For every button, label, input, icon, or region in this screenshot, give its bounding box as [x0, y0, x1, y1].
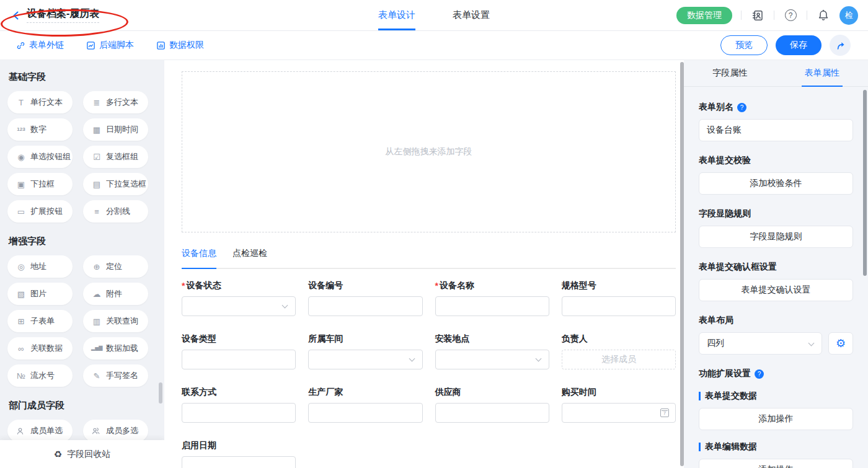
field-item-checkbox-group[interactable]: ☑复选框组	[83, 146, 148, 168]
form-external-link-button[interactable]: 表单外链	[16, 40, 64, 51]
edit-data-add-action-button[interactable]: 添加操作	[699, 459, 853, 468]
form-field-owner[interactable]: 负责人 选择成员	[562, 333, 676, 369]
spec-model-input[interactable]	[562, 296, 676, 316]
purchase-time-datepicker[interactable]: 7	[562, 403, 676, 423]
chevron-down-icon	[409, 356, 415, 362]
help-icon[interactable]: ?	[783, 8, 798, 23]
form-layout-label: 表单布局	[699, 315, 853, 326]
tab-form-properties[interactable]: 表单属性	[776, 60, 868, 86]
help-icon[interactable]: ?	[737, 103, 746, 112]
form-field-contact[interactable]: 联系方式	[182, 387, 296, 423]
manufacturer-input[interactable]	[308, 403, 422, 423]
field-item-single-line-text[interactable]: T单行文本	[7, 91, 73, 113]
field-item-number[interactable]: 123数字	[7, 118, 73, 141]
workshop-select[interactable]	[308, 350, 422, 369]
field-visibility-button[interactable]: 字段显隐规则	[699, 226, 853, 248]
field-item-attachment[interactable]: ☁附件	[83, 283, 148, 305]
backend-script-button[interactable]: 后端脚本	[86, 40, 134, 51]
share-button[interactable]	[830, 35, 851, 56]
number-icon: 123	[16, 127, 27, 132]
field-item-member-single[interactable]: 成员单选	[7, 420, 73, 442]
field-item-signature[interactable]: ✎手写签名	[83, 364, 148, 387]
field-dropzone[interactable]: 从左侧拖拽来添加字段	[182, 71, 676, 232]
field-item-serial-number[interactable]: №流水号	[7, 364, 73, 387]
field-item-image[interactable]: ▧图片	[7, 283, 73, 305]
field-item-member-multi[interactable]: 成员多选	[83, 420, 148, 442]
separator	[774, 11, 774, 20]
submit-confirm-button[interactable]: 表单提交确认设置	[699, 279, 853, 301]
form-field-device-name[interactable]: *设备名称	[435, 280, 549, 316]
form-field-supplier[interactable]: 供应商	[435, 387, 549, 423]
field-item-select[interactable]: ▣下拉框	[7, 173, 73, 195]
share-arrow-icon	[835, 40, 846, 51]
preview-button[interactable]: 预览	[720, 35, 768, 55]
section-title-enhanced-fields: 增强字段	[0, 236, 164, 247]
bell-icon[interactable]	[816, 8, 831, 23]
submit-validation-label: 表单提交校验	[699, 155, 853, 166]
field-item-multi-line-text[interactable]: ≣多行文本	[83, 91, 148, 113]
form-field-device-status[interactable]: *设备状态	[182, 280, 296, 316]
device-type-input[interactable]	[182, 350, 296, 369]
form-layout-select[interactable]: 四列	[699, 332, 822, 355]
data-load-icon: ▂▅▇	[91, 346, 102, 351]
form-field-enable-date[interactable]: 启用日期	[182, 440, 296, 468]
form-field-spec-model[interactable]: 规格型号	[562, 280, 676, 316]
form-field-manufacturer[interactable]: 生产厂家	[308, 387, 422, 423]
chevron-down-icon	[808, 340, 815, 347]
field-item-linked-query[interactable]: ▥关联查询	[83, 310, 148, 332]
form-field-purchase-time[interactable]: 购买时间 7	[562, 387, 676, 423]
field-recycle-bin[interactable]: ♻ 字段回收站	[0, 440, 164, 468]
back-button[interactable]	[11, 11, 21, 20]
device-name-input[interactable]	[435, 296, 549, 316]
field-item-extend-button[interactable]: ▭扩展按钮	[7, 200, 73, 223]
tab-form-settings[interactable]: 表单设置	[453, 0, 490, 30]
form-field-device-type[interactable]: 设备类型	[182, 333, 296, 369]
contact-book-icon[interactable]	[750, 8, 765, 23]
form-field-device-code[interactable]: 设备编号	[308, 280, 422, 316]
field-item-location[interactable]: ⊕定位	[83, 255, 148, 278]
recycle-icon: ♻	[54, 449, 62, 460]
tab-device-info[interactable]: 设备信息	[182, 248, 216, 268]
supplier-input[interactable]	[435, 403, 549, 423]
tab-field-properties[interactable]: 字段属性	[684, 60, 776, 86]
device-code-input[interactable]	[308, 296, 422, 316]
form-field-install-location[interactable]: 安装地点	[435, 333, 549, 369]
field-item-linked-data[interactable]: ∞关联数据	[7, 337, 73, 360]
field-visibility-label: 字段显隐规则	[699, 208, 853, 219]
form-alias-input[interactable]: 设备台账	[699, 119, 853, 141]
header-right: 数据管理 ? 检	[676, 6, 868, 25]
device-status-select[interactable]	[182, 296, 296, 316]
panel-scrollbar[interactable]	[863, 90, 867, 276]
enable-date-input[interactable]	[182, 456, 296, 468]
form-field-workshop[interactable]: 所属车间	[308, 333, 422, 369]
field-item-multi-select[interactable]: ▤下拉复选框	[83, 173, 148, 195]
linked-data-icon: ∞	[16, 345, 27, 353]
add-validation-button[interactable]: 添加校验条件	[699, 172, 853, 195]
contact-input[interactable]	[182, 403, 296, 423]
tab-inspection[interactable]: 点检巡检	[232, 248, 267, 268]
help-icon[interactable]: ?	[755, 369, 764, 379]
sidebar-scrollbar[interactable]	[159, 382, 162, 404]
field-item-address[interactable]: ◎地址	[7, 255, 73, 278]
field-item-datetime[interactable]: ▦日期时间	[83, 118, 148, 141]
tab-form-design[interactable]: 表单设计	[378, 0, 415, 30]
save-button[interactable]: 保存	[776, 35, 822, 55]
field-item-divider[interactable]: ≡分割线	[83, 200, 148, 223]
required-mark: *	[182, 281, 185, 291]
layout-settings-button[interactable]: ⚙	[828, 332, 853, 355]
install-location-select[interactable]	[435, 350, 549, 369]
submit-data-add-action-button[interactable]: 添加操作	[699, 408, 853, 430]
field-item-radio-group[interactable]: ◉单选按钮组	[7, 146, 73, 168]
calendar-icon: 7	[660, 408, 669, 417]
data-manage-button[interactable]: 数据管理	[676, 7, 732, 24]
data-permission-button[interactable]: 数据权限	[156, 40, 204, 51]
panel-tabs: 字段属性 表单属性	[684, 60, 868, 87]
field-item-data-load[interactable]: ▂▅▇数据加载	[83, 337, 148, 360]
form-alias-label: 表单别名 ?	[699, 102, 853, 113]
user-avatar[interactable]: 检	[839, 6, 858, 25]
owner-member-picker[interactable]: 选择成员	[562, 350, 676, 369]
gear-icon: ⚙	[836, 337, 846, 350]
field-item-sub-form[interactable]: ⊞子表单	[7, 310, 73, 332]
location-icon: ⊕	[91, 263, 102, 271]
group-bar	[699, 443, 701, 451]
